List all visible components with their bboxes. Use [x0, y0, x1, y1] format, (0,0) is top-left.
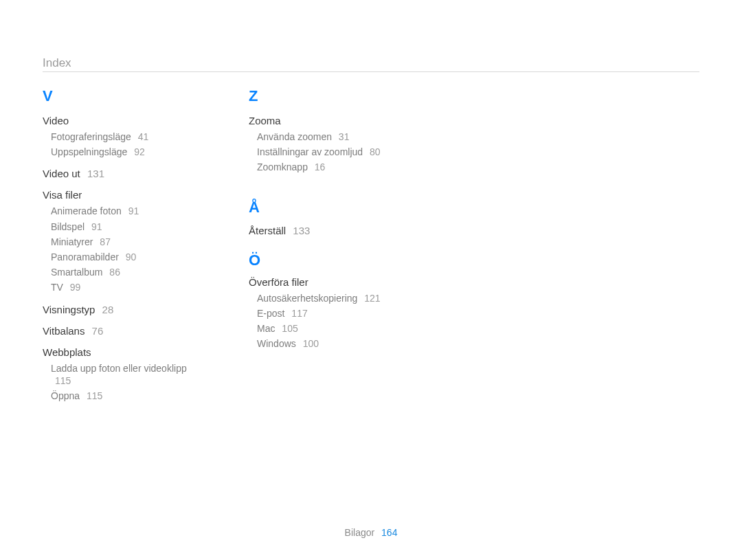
- index-topic-page: 133: [293, 225, 310, 236]
- footer-label: Bilagor: [345, 527, 375, 538]
- index-entry-label: Autosäkerhetskopiering: [257, 293, 357, 304]
- index-entry-label: Bildspel: [51, 221, 85, 232]
- index-entry-label: Använda zoomen: [257, 131, 332, 142]
- index-entry: Smartalbum 86: [51, 266, 201, 278]
- index-entry-label: TV: [51, 282, 63, 293]
- page-footer: Bilagor 164: [0, 527, 742, 538]
- footer-page-number: 164: [381, 527, 397, 538]
- index-entry-page: 115: [55, 375, 71, 386]
- index-topic-video-ut: Video ut 131: [43, 168, 201, 179]
- index-entry-page: 115: [87, 390, 102, 401]
- index-entry-page: 80: [370, 146, 381, 157]
- index-topic-page: 28: [102, 304, 114, 315]
- index-entry-label: Fotograferingsläge: [51, 131, 131, 142]
- title-rule: [43, 71, 699, 72]
- index-entry-page: 100: [303, 338, 319, 349]
- index-topic-vitbalans: Vitbalans 76: [43, 325, 201, 337]
- index-column-v: V Video Fotograferingsläge 41 Uppspelnin…: [43, 87, 201, 405]
- letter-heading-z: Z: [249, 87, 407, 105]
- index-topic-label: Visningstyp: [43, 304, 95, 315]
- index-entry: Inställningar av zoomljud 80: [257, 146, 407, 158]
- index-entry-page: 90: [126, 251, 137, 262]
- index-entry: Öppna 115: [51, 390, 201, 402]
- index-column-z-a-o: Z Zooma Använda zoomen 31 Inställningar …: [249, 87, 407, 405]
- index-entry: Miniatyrer 87: [51, 236, 201, 248]
- index-entry-page: 87: [100, 236, 111, 247]
- index-topic-label: Återställ: [249, 225, 286, 236]
- index-topic-webbplats: Webbplats: [43, 346, 201, 358]
- index-entry-page: 86: [109, 267, 120, 278]
- index-entry: Ladda upp foton eller videoklipp 115: [51, 362, 201, 387]
- page-container: Index V Video Fotograferingsläge 41 Upps…: [0, 0, 742, 560]
- index-entry: Mac 105: [257, 322, 407, 335]
- index-entry-label: Mac: [257, 323, 275, 334]
- letter-heading-o-diaeresis: Ö: [249, 251, 407, 269]
- index-topic-overfora-filer: Överföra filer: [249, 276, 407, 288]
- index-entry: Zoomknapp 16: [257, 161, 407, 173]
- letter-heading-v: V: [43, 87, 201, 105]
- index-entry: Windows 100: [257, 337, 407, 350]
- index-entry-label: Ladda upp foton eller videoklipp: [51, 363, 187, 374]
- index-entry-label: Smartalbum: [51, 267, 102, 278]
- index-entry-page: 91: [128, 205, 139, 216]
- index-entry: Autosäkerhetskopiering 121: [257, 292, 407, 304]
- index-entry-page: 91: [91, 221, 102, 232]
- index-entry: Panoramabilder 90: [51, 251, 201, 263]
- index-topic-page: 131: [87, 168, 104, 179]
- index-topic-page: 76: [92, 325, 104, 337]
- index-entry-label: Öppna: [51, 390, 80, 401]
- index-entry-page: 41: [138, 131, 149, 142]
- index-entry-page: 121: [364, 293, 380, 304]
- index-entry: Använda zoomen 31: [257, 131, 407, 143]
- index-entry-label: Uppspelningsläge: [51, 146, 127, 157]
- index-entry: Animerade foton 91: [51, 205, 201, 217]
- index-entry-label: Inställningar av zoomljud: [257, 146, 363, 157]
- index-entry-label: Panoramabilder: [51, 251, 119, 262]
- index-topic-video: Video: [43, 115, 201, 126]
- index-entry-page: 105: [282, 323, 297, 334]
- page-title: Index: [43, 56, 699, 70]
- index-entry-label: Windows: [257, 338, 296, 349]
- letter-heading-a-ring: Å: [249, 199, 407, 216]
- index-entry-label: E-post: [257, 308, 284, 319]
- index-topic-label: Vitbalans: [43, 325, 85, 337]
- index-topic-label: Video ut: [43, 168, 80, 179]
- index-entry-label: Miniatyrer: [51, 236, 93, 247]
- index-entry-page: 16: [315, 161, 326, 172]
- index-entry-label: Animerade foton: [51, 205, 122, 216]
- index-entry: TV 99: [51, 281, 201, 293]
- index-topic-aterstall: Återställ 133: [249, 225, 407, 236]
- index-topic-zooma: Zooma: [249, 115, 407, 126]
- index-entry: Fotograferingsläge 41: [51, 131, 201, 143]
- index-topic-visningstyp: Visningstyp 28: [43, 304, 201, 315]
- index-entry: Bildspel 91: [51, 221, 201, 233]
- index-topic-visa-filer: Visa filer: [43, 189, 201, 201]
- index-entry: E-post 117: [257, 307, 407, 320]
- index-entry-label: Zoomknapp: [257, 161, 308, 172]
- index-columns: V Video Fotograferingsläge 41 Uppspelnin…: [43, 87, 699, 405]
- index-entry-page: 117: [291, 308, 307, 319]
- index-entry-page: 92: [134, 146, 145, 157]
- index-entry: Uppspelningsläge 92: [51, 146, 201, 158]
- index-entry-page: 99: [70, 282, 81, 293]
- index-entry-page: 31: [339, 131, 350, 142]
